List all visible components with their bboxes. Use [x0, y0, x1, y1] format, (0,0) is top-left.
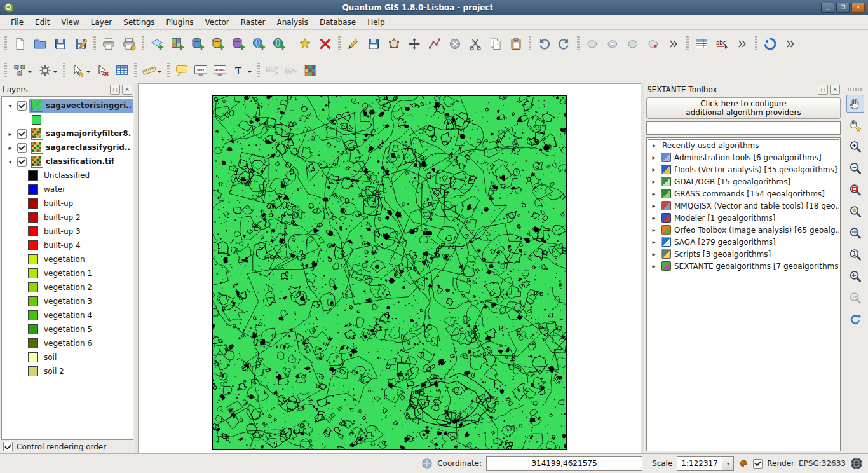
dropdown-arrow-icon[interactable] [53, 71, 57, 75]
expander-icon[interactable]: ▸ [649, 226, 658, 233]
algorithm-provider-row[interactable]: ▸Administration tools [6 geoalgorithms] [648, 151, 839, 163]
algorithm-provider-row[interactable]: ▸fTools (Vector analysis) [35 geoalgorit… [648, 163, 839, 175]
close-button[interactable]: ✕ [851, 3, 865, 13]
toolbar-extension-1-button[interactable] [664, 34, 683, 53]
toolbar-extension-3-button[interactable] [781, 34, 800, 53]
scale-dropdown-icon[interactable]: ▾ [722, 457, 733, 470]
sextante-toolbox-toggle-button[interactable] [301, 62, 319, 79]
toolbar-handle[interactable] [134, 63, 137, 78]
toolbar-handle[interactable] [577, 36, 580, 51]
toolbar-handle[interactable] [63, 63, 65, 78]
identify-features-button[interactable] [113, 62, 131, 79]
algorithm-provider-row[interactable]: ▸SAGA [279 geoalgorithms] [648, 236, 839, 248]
map-tips-button[interactable] [173, 62, 191, 79]
algorithm-provider-row[interactable]: ▸Scripts [3 geoalgorithms] [648, 248, 839, 260]
expander-icon[interactable]: ▸ [649, 250, 658, 257]
new-bookmark-button[interactable]: HOT [192, 62, 210, 79]
stop-render-icon[interactable] [738, 458, 749, 469]
minimize-button[interactable]: ▁ [821, 3, 834, 13]
expander-icon[interactable]: ▸ [6, 144, 15, 151]
new-project-button[interactable] [10, 34, 29, 53]
menu-database[interactable]: Database [314, 16, 362, 29]
add-postgis-layer-button[interactable] [188, 34, 207, 53]
dropdown-arrow-icon[interactable] [158, 71, 161, 75]
expander-icon[interactable]: ▸ [649, 166, 658, 173]
add-raster-layer-button[interactable] [168, 34, 187, 53]
toolbar-handle[interactable] [686, 36, 689, 51]
labeling-button[interactable]: abc [712, 34, 731, 53]
zoom-last-button[interactable] [846, 268, 864, 285]
toolbar-handle[interactable] [755, 36, 757, 51]
redo-button[interactable] [555, 34, 574, 53]
toolbar-handle[interactable] [338, 36, 341, 51]
pan-to-selection-button[interactable] [846, 116, 864, 134]
expander-icon[interactable]: ▸ [649, 178, 658, 185]
toolbar-handle[interactable] [4, 63, 7, 78]
menu-plugins[interactable]: Plugins [161, 16, 200, 29]
coordinate-input[interactable] [486, 456, 642, 471]
menu-settings[interactable]: Settings [118, 16, 160, 29]
zoom-to-layer-button[interactable] [846, 224, 864, 242]
toolbar-extension-2-button[interactable] [733, 34, 752, 53]
deselect-features-button[interactable] [94, 62, 112, 79]
layer-visibility-checkbox[interactable] [17, 129, 27, 139]
pan-map-button[interactable] [846, 95, 864, 113]
save-project-button[interactable] [51, 34, 70, 53]
algorithm-provider-row[interactable]: ▸Modeler [1 geoalgorithms] [648, 212, 839, 224]
zoom-actual-size-button[interactable]: 1 [846, 246, 864, 264]
expander-icon[interactable]: ▸ [649, 202, 658, 209]
snapping-options-button[interactable] [36, 62, 60, 79]
expander-icon[interactable]: ▾ [6, 102, 15, 109]
zoom-in-button[interactable] [846, 138, 864, 156]
configure-providers-button[interactable]: Click here to configure additional algor… [646, 97, 841, 119]
layer-visibility-checkbox[interactable] [17, 101, 27, 111]
paste-features-button[interactable] [506, 34, 526, 53]
layer-item[interactable]: sagareclassifygrid... [29, 141, 133, 154]
text-annotation-button[interactable]: T [230, 62, 254, 79]
cut-features-button[interactable] [466, 34, 485, 53]
menu-view[interactable]: View [55, 16, 85, 29]
crs-status-icon[interactable] [850, 457, 863, 470]
zoom-out-button[interactable] [846, 160, 864, 177]
open-project-button[interactable] [31, 34, 50, 53]
add-mssql-layer-button[interactable] [229, 34, 248, 53]
add-part-button[interactable] [623, 34, 642, 53]
toolbox-float-icon[interactable]: ◻ [818, 85, 828, 95]
refresh-map-button[interactable] [846, 311, 864, 329]
scale-combo[interactable]: 1:122317 ▾ [677, 456, 734, 471]
delete-selected-button[interactable] [445, 34, 465, 53]
delete-part-button[interactable] [644, 34, 663, 53]
layer-visibility-checkbox[interactable] [17, 143, 27, 153]
algorithm-provider-row[interactable]: ▸Recently used algorithms [648, 139, 839, 151]
new-shapefile-layer-button[interactable] [295, 34, 315, 53]
menu-layer[interactable]: Layer [85, 16, 118, 29]
copy-features-button[interactable] [486, 34, 505, 53]
save-layer-edits-button[interactable] [364, 34, 383, 53]
select-by-location-button[interactable] [10, 62, 34, 79]
expander-icon[interactable]: ▸ [650, 142, 659, 149]
maximize-button[interactable]: ❐ [836, 3, 850, 13]
toolbar-handle[interactable] [4, 36, 7, 51]
dropdown-arrow-icon[interactable] [28, 71, 32, 75]
dropdown-arrow-icon[interactable] [248, 71, 252, 75]
toolbar-handle[interactable] [167, 63, 170, 78]
menu-edit[interactable]: Edit [29, 16, 55, 29]
toggle-editing-button[interactable] [344, 34, 363, 53]
toolbar-handle[interactable] [257, 63, 260, 78]
move-feature-button[interactable] [405, 34, 424, 53]
mouse-position-icon[interactable] [421, 458, 433, 469]
layer-symbol-swatch[interactable] [32, 115, 41, 125]
algorithm-provider-row[interactable]: ▸MMQGISX (Vector and table tools) [18 ge… [648, 200, 839, 212]
menu-analysis[interactable]: Analysis [271, 16, 313, 29]
add-wms-layer-button[interactable] [249, 34, 268, 53]
measure-line-button[interactable] [140, 62, 164, 79]
add-feature-button[interactable] [384, 34, 403, 53]
remove-layer-button[interactable] [316, 34, 335, 53]
layer-item[interactable]: sagamajorityfilter8... [29, 127, 133, 141]
select-features-button[interactable] [69, 62, 93, 79]
expander-icon[interactable]: ▸ [649, 190, 658, 197]
expander-icon[interactable]: ▸ [649, 263, 658, 270]
control-rendering-order-checkbox[interactable] [3, 442, 13, 451]
add-wfs-layer-button[interactable] [269, 34, 288, 53]
simplify-feature-button[interactable] [583, 34, 602, 53]
